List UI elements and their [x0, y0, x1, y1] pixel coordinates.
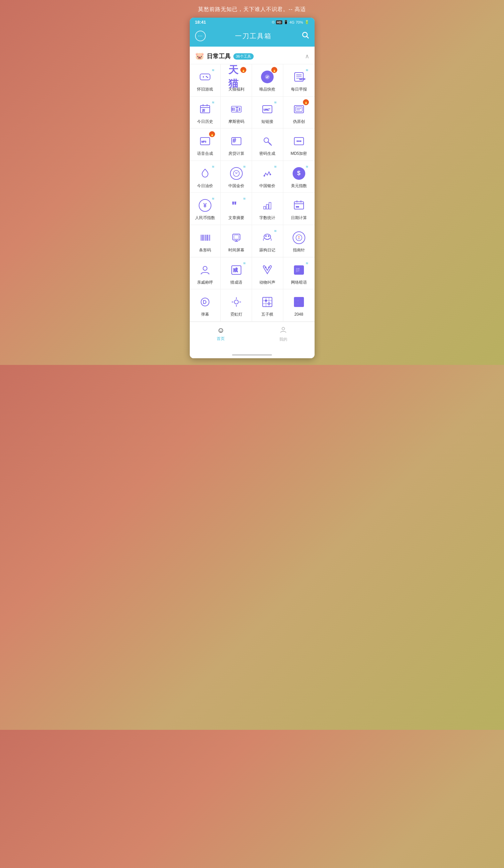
tool-item[interactable]: ≋ " 文章摘要 — [221, 193, 252, 225]
tool-item[interactable]: 摩斯密码 — [221, 96, 252, 129]
tool-item[interactable]: 指南针 — [283, 225, 315, 257]
svg-point-42 — [264, 175, 265, 176]
svg-rect-63 — [234, 235, 239, 239]
signal-icon: 4G — [290, 20, 295, 24]
tool-icon-wrap — [197, 294, 213, 310]
tool-item[interactable]: 霓虹灯 — [221, 289, 252, 322]
tool-item[interactable]: 五子棋 — [252, 289, 283, 322]
tool-item[interactable]: 🔥 伪原创 — [283, 96, 315, 129]
tool-item[interactable]: ≋ 历 今日历史 — [190, 96, 221, 129]
svg-point-68 — [268, 235, 269, 237]
wordcount-icon — [261, 199, 274, 212]
svg-text:历: 历 — [202, 109, 205, 112]
fire-badge-icon: 🔥 — [209, 131, 215, 137]
tool-item[interactable]: 🔥 唯品快抢 — [252, 64, 283, 96]
svg-text:拼: 拼 — [295, 267, 300, 273]
wifi-badge-icon: ≋ — [274, 229, 277, 233]
danmu-icon — [199, 296, 212, 308]
menu-button[interactable]: ··· — [195, 31, 206, 41]
tool-item[interactable]: 密码生成 — [252, 128, 283, 161]
nav-mine-label: 我的 — [279, 337, 287, 342]
nav-home[interactable]: ☺ 首页 — [190, 324, 252, 344]
morse-icon — [230, 103, 243, 115]
tool-item[interactable]: ≋ 拼 网络暗语 — [283, 257, 315, 290]
tool-item[interactable]: ≋ 舔狗日记 — [252, 225, 283, 257]
tool-item[interactable]: 弹幕 — [190, 289, 221, 322]
tool-item[interactable]: ≡≡ 日期计算 — [283, 193, 315, 225]
tool-icon-wrap — [259, 294, 275, 310]
home-bar — [232, 354, 272, 355]
tool-item[interactable]: ≋ 戒 猜成语 — [221, 257, 252, 290]
oil-icon — [199, 167, 212, 180]
idiom-icon: 戒 — [230, 264, 243, 276]
tool-name: 字数统计 — [259, 215, 275, 221]
tool-name: 摩斯密码 — [228, 119, 244, 125]
tool-icon-wrap — [259, 262, 275, 278]
tool-item[interactable]: ≋ 今日油价 — [190, 161, 221, 193]
gomoku-icon — [261, 296, 274, 308]
tool-item[interactable]: 字数统计 — [252, 193, 283, 225]
tool-name: 今日油价 — [197, 184, 213, 189]
wifi-badge-icon: ≋ — [212, 68, 214, 72]
kinship-icon — [199, 264, 212, 276]
svg-text:": " — [232, 199, 237, 211]
search-button[interactable] — [301, 31, 309, 41]
tool-name: MD5加密 — [291, 151, 307, 156]
datecalc-icon: ≡≡ — [292, 199, 305, 212]
md5-icon — [292, 135, 305, 147]
tool-icon-wrap — [259, 133, 275, 149]
tool-icon-wrap: ≋ — [259, 230, 275, 246]
tool-name: 人民币指数 — [195, 215, 215, 221]
tool-item[interactable]: ≋ 怀旧游戏 — [190, 64, 221, 96]
wifi-badge-icon: ≋ — [274, 165, 277, 168]
collapse-button[interactable]: ∧ — [305, 53, 309, 60]
article-icon: " — [230, 199, 243, 212]
internet-icon: 拼 — [292, 264, 305, 276]
tool-item[interactable]: 🔥 天猫 天猫福利 — [221, 64, 252, 96]
svg-point-66 — [264, 234, 271, 239]
tool-item[interactable]: ≋ 中国银价 — [252, 161, 283, 193]
tool-name: 舔狗日记 — [259, 248, 275, 253]
tool-name: 唯品快抢 — [259, 87, 275, 92]
bottom-nav: ☺ 首页 我的 — [190, 322, 315, 349]
tool-item[interactable]: 时间屏幕 — [221, 225, 252, 257]
app-header: ··· 一刀工具箱 — [190, 27, 315, 46]
tool-item[interactable]: ≋ NEWS 每日早报 — [283, 64, 315, 96]
hd-badge: HD — [276, 20, 282, 24]
svg-marker-70 — [298, 236, 300, 238]
svg-rect-46 — [266, 205, 268, 209]
fake-icon — [292, 103, 305, 115]
battery-percent: 70% — [296, 20, 303, 24]
tool-item[interactable]: 亲戚称呼 — [190, 257, 221, 290]
svg-point-72 — [203, 266, 207, 270]
tool-icon-wrap: ≋ — [197, 165, 213, 182]
svg-text:NEWS: NEWS — [299, 78, 305, 80]
tool-name: 日期计算 — [291, 215, 307, 221]
tool-name: 密码生成 — [259, 151, 275, 156]
usd-icon: $ — [292, 167, 305, 180]
tool-item[interactable]: 2 0 4 8 2048 — [283, 289, 315, 322]
tool-item[interactable]: 🔥 MP3 语音合成 — [190, 128, 221, 161]
svg-point-40 — [300, 141, 301, 142]
svg-text:2 0: 2 0 — [295, 299, 299, 302]
tool-icon-wrap — [228, 101, 244, 117]
diary-icon — [261, 231, 274, 244]
tool-item[interactable]: 条形码 — [190, 225, 221, 257]
wifi-badge-icon: ≋ — [212, 101, 214, 104]
wifi-badge-icon: ≋ — [243, 261, 246, 265]
nav-mine[interactable]: 我的 — [252, 324, 315, 344]
tool-item[interactable]: ≋ ¥ 人民币指数 — [190, 193, 221, 225]
home-icon: ☺ — [217, 326, 224, 334]
tool-item[interactable]: ≋ URL 短链接 — [252, 96, 283, 129]
svg-rect-45 — [264, 206, 266, 209]
tool-name: 猜成语 — [230, 280, 242, 285]
tool-item[interactable]: 动物叫声 — [252, 257, 283, 290]
svg-point-38 — [297, 141, 298, 142]
neon-icon — [230, 296, 243, 308]
tool-item[interactable]: ≋ $ 美元指数 — [283, 161, 315, 193]
tool-item[interactable]: # 房贷计算 — [221, 128, 252, 161]
tool-item[interactable]: MD5加密 — [283, 128, 315, 161]
tool-name: 伪原创 — [293, 119, 305, 125]
svg-text:#: # — [233, 137, 236, 144]
tool-item[interactable]: ≋ 中国金价 — [221, 161, 252, 193]
